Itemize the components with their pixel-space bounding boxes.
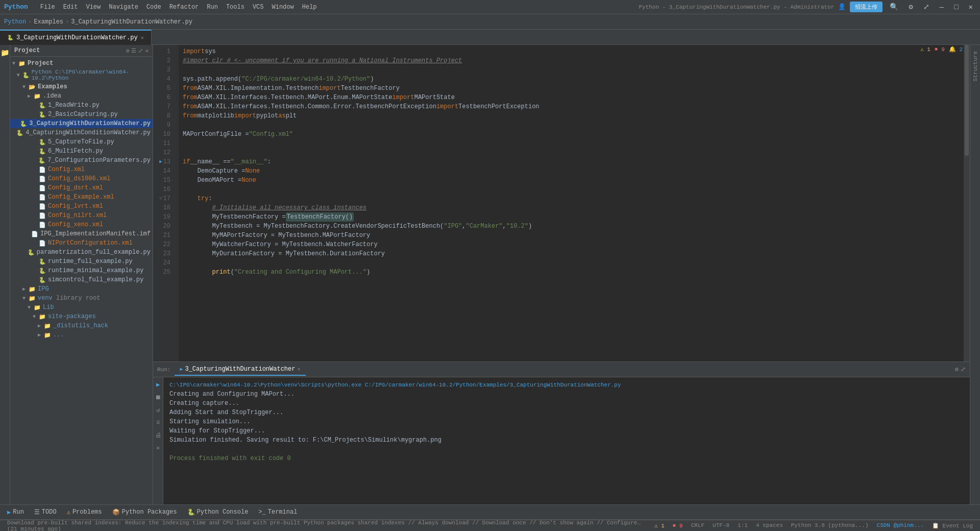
tree-item-simcontrol[interactable]: 🐍 simcontrol_full_example.py <box>10 275 153 284</box>
bottom-tab-todo[interactable]: ☰ TODO <box>29 506 62 518</box>
profile-button[interactable]: 招流上传 <box>850 2 883 12</box>
run-output-4: Starting simulation... <box>169 417 964 426</box>
breadcrumb-file[interactable]: 3_CapturingWithDurationWatcher.py <box>71 18 192 26</box>
file-tree: ▼ 📁 Project ▼ 🐍 Python C:\IPG\carmaker\w… <box>10 57 153 504</box>
menu-view[interactable]: View <box>82 2 105 13</box>
menu-run[interactable]: Run <box>203 2 222 13</box>
tree-item-config-example[interactable]: 📄 Config_Example.xml <box>10 192 153 202</box>
tree-item-more[interactable]: ▶ 📁 ... <box>10 330 153 340</box>
close-icon[interactable]: ✕ <box>966 2 976 12</box>
code-line-10: MAPortConfigFile = "Config.xml" <box>183 130 960 139</box>
tree-item-config-dsrt[interactable]: 📄 Config_dsrt.xml <box>10 183 153 192</box>
menu-navigate[interactable]: Navigate <box>105 2 142 13</box>
event-log-icon[interactable]: 📋 Event Log <box>929 522 976 529</box>
tree-item-multifetch[interactable]: 🐍 6_MultiFetch.py <box>10 147 153 156</box>
sidebar-close-icon[interactable]: ✕ <box>145 47 149 54</box>
status-line-ending[interactable]: CRLF <box>688 522 707 529</box>
menu-help[interactable]: Help <box>298 2 321 13</box>
run-tab-close[interactable]: ✕ <box>297 366 300 372</box>
gutter-9: 9 <box>153 120 175 130</box>
tree-item-niport[interactable]: 📄 NIPortConfiguration.xml <box>10 238 153 248</box>
code-line-7: from ASAM.XIL.Interfaces.Testbench.Commo… <box>183 102 960 111</box>
tree-item-readwrite[interactable]: 🐍 1_ReadWrite.py <box>10 101 153 110</box>
breadcrumb-examples[interactable]: Examples <box>34 18 63 26</box>
tree-item-venv[interactable]: ▼ 📁 venv library root <box>10 294 153 303</box>
tab-close-button[interactable]: ✕ <box>141 35 144 41</box>
tree-item-manifest[interactable]: 📄 IPG_ImplementationManifest.imf <box>10 229 153 238</box>
editor-scrollbar[interactable] <box>964 45 970 361</box>
menu-edit[interactable]: Edit <box>59 2 82 13</box>
tree-item-examples[interactable]: ▼ 📂 Examples <box>10 82 153 91</box>
breadcrumb: Python › Examples › 3_CapturingWithDurat… <box>4 18 192 26</box>
sidebar-expand-icon[interactable]: ⤢ <box>138 47 143 54</box>
tree-label: Project <box>28 60 53 67</box>
tree-item-python-root[interactable]: ▼ 🐍 Python C:\IPG\carmaker\win64-10.2\Py… <box>10 68 153 82</box>
breadcrumb-python[interactable]: Python <box>4 18 26 26</box>
status-csdn-link[interactable]: CSDN @phinm... <box>874 522 927 529</box>
gutter-25: 25 <box>153 268 175 277</box>
code-editor[interactable]: import sys #import clr # <- uncomment if… <box>179 45 964 361</box>
run-close-icon[interactable]: ✕ <box>155 443 161 453</box>
tree-item-idea[interactable]: ▶ 📁 .idea <box>10 91 153 101</box>
settings-icon[interactable]: ⚙ <box>905 2 916 12</box>
status-indent[interactable]: 4 spaces <box>753 522 786 529</box>
py-icon: 🐍 <box>39 111 46 118</box>
tree-item-project[interactable]: ▼ 📁 Project <box>10 59 153 68</box>
bottom-tab-python-packages[interactable]: 📦 Python Packages <box>107 506 182 518</box>
tree-item-config-lvrt[interactable]: 📄 Config_lvrt.xml <box>10 202 153 211</box>
status-python-version[interactable]: Python 3.6 (pythona...) <box>788 522 872 529</box>
editor-container[interactable]: 1 2 3 4 5 6 7 8 9 10 11 12 ▶13 14 15 16 … <box>153 45 970 361</box>
tree-item-configparams[interactable]: 🐍 7_ConfigurationParameters.py <box>10 156 153 165</box>
menu-file[interactable]: File <box>36 2 59 13</box>
run-rerun-button[interactable]: ↺ <box>155 405 161 416</box>
tree-item-ipg[interactable]: ▶ 📁 IPG <box>10 284 153 294</box>
gutter-6: 6 <box>153 93 175 102</box>
search-icon[interactable]: 🔍 <box>887 2 901 12</box>
project-icon[interactable]: 📁 <box>0 47 11 59</box>
tree-item-basiccapturing[interactable]: 🐍 2_BasicCapturing.py <box>10 110 153 119</box>
run-scroll-icon[interactable]: ≡ <box>155 418 161 428</box>
tree-item-param-full[interactable]: 🐍 parametrization_full_example.py <box>10 248 153 257</box>
maximize-icon[interactable]: □ <box>951 2 961 12</box>
tree-arrow: ▼ <box>17 73 21 78</box>
menu-vcs[interactable]: VCS <box>249 2 268 13</box>
menu-tools[interactable]: Tools <box>222 2 249 13</box>
tree-item-runtime-full[interactable]: 🐍 runtime_full_example.py <box>10 257 153 266</box>
status-position[interactable]: 1:1 <box>734 522 751 529</box>
status-errors[interactable]: ✖ 9 <box>670 522 686 529</box>
tree-item-main-file[interactable]: 🐍 3_CapturingWithDurationWatcher.py <box>10 119 153 128</box>
run-stop-button[interactable]: ⏹ <box>154 392 163 403</box>
tree-item-config-nilrt[interactable]: 📄 Config_nilrt.xml <box>10 211 153 220</box>
menu-code[interactable]: Code <box>142 2 165 13</box>
tree-item-config-ds1006[interactable]: 📄 Config_ds1006.xml <box>10 174 153 183</box>
menu-refactor[interactable]: Refactor <box>165 2 203 13</box>
tree-item-runtime-minimal[interactable]: 🐍 runtime_minimal_example.py <box>10 266 153 275</box>
bottom-tab-python-console[interactable]: 🐍 Python Console <box>182 506 254 518</box>
bottom-tab-terminal[interactable]: >_ Terminal <box>253 506 302 518</box>
status-message[interactable]: Download pre-built shared indexes: Reduc… <box>4 520 651 532</box>
run-print-icon[interactable]: 🖨 <box>154 430 163 441</box>
run-expand-icon[interactable]: ⤢ <box>961 366 966 373</box>
tree-item-capturetofile[interactable]: 🐍 5_CaptureToFile.py <box>10 137 153 147</box>
bottom-tab-run[interactable]: ▶ Run <box>2 506 29 518</box>
tree-item-config-xeno[interactable]: 📄 Config_xeno.xml <box>10 220 153 229</box>
fold-icon[interactable]: ▽ <box>159 194 162 203</box>
bottom-tab-problems[interactable]: ⚠ Problems <box>62 506 107 518</box>
run-tab-main[interactable]: ▶ 3_CapturingWithDurationWatcher ✕ <box>175 364 305 376</box>
expand-icon[interactable]: ⤢ <box>920 2 933 12</box>
sidebar-list-icon[interactable]: ☰ <box>131 47 136 54</box>
scrollbar-thumb[interactable] <box>965 45 969 156</box>
menu-window[interactable]: Window <box>268 2 298 13</box>
tree-item-lib[interactable]: ▼ 📁 Lib <box>10 303 153 312</box>
status-encoding[interactable]: UTF-8 <box>709 522 732 529</box>
sidebar-settings-icon[interactable]: ⚙ <box>126 47 130 54</box>
editor-tab-main[interactable]: 🐍 3_CapturingWithDurationWatcher.py ✕ <box>0 30 152 45</box>
minimize-icon[interactable]: — <box>937 2 947 12</box>
status-warnings[interactable]: ⚠ 1 <box>651 522 668 529</box>
tree-item-config[interactable]: 📄 Config.xml <box>10 165 153 174</box>
tree-item-conditionwatcher[interactable]: 🐍 4_CapturingWithConditionWatcher.py <box>10 128 153 137</box>
tree-item-distutils[interactable]: ▶ 📁 _distutils_hack <box>10 321 153 330</box>
tree-item-site-packages[interactable]: ▼ 📁 site-packages <box>10 312 153 321</box>
run-play-button[interactable]: ▶ <box>155 379 161 390</box>
run-settings-icon[interactable]: ⚙ <box>955 366 959 373</box>
